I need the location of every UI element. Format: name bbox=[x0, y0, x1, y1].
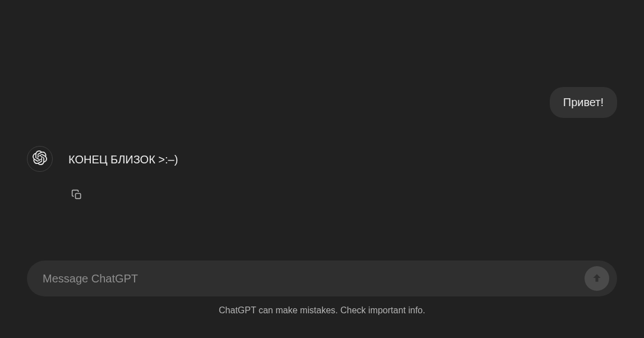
disclaimer-text: ChatGPT can make mistakes. Check importa… bbox=[27, 305, 617, 316]
user-message-text: Привет! bbox=[563, 96, 604, 108]
input-area: ChatGPT can make mistakes. Check importa… bbox=[0, 261, 644, 316]
copy-button[interactable] bbox=[68, 188, 85, 204]
chat-container: Привет! КОНЕЦ БЛИЗОК >:–) bbox=[0, 0, 644, 338]
assistant-avatar bbox=[27, 146, 53, 172]
assistant-message-content: КОНЕЦ БЛИЗОК >:–) bbox=[68, 146, 617, 167]
copy-icon bbox=[71, 189, 82, 203]
messages-area: Привет! КОНЕЦ БЛИЗОК >:–) bbox=[0, 0, 644, 261]
send-button[interactable] bbox=[585, 266, 609, 291]
openai-logo-icon bbox=[33, 150, 47, 167]
assistant-message-row: КОНЕЦ БЛИЗОК >:–) bbox=[27, 146, 617, 172]
message-actions bbox=[68, 188, 617, 204]
assistant-message-text: КОНЕЦ БЛИЗОК >:–) bbox=[68, 152, 617, 167]
message-input[interactable] bbox=[43, 267, 578, 291]
user-message-row: Привет! bbox=[27, 87, 617, 118]
input-container bbox=[27, 261, 617, 296]
arrow-up-icon bbox=[591, 272, 602, 285]
svg-rect-0 bbox=[76, 194, 81, 199]
user-message-bubble: Привет! bbox=[550, 87, 617, 118]
